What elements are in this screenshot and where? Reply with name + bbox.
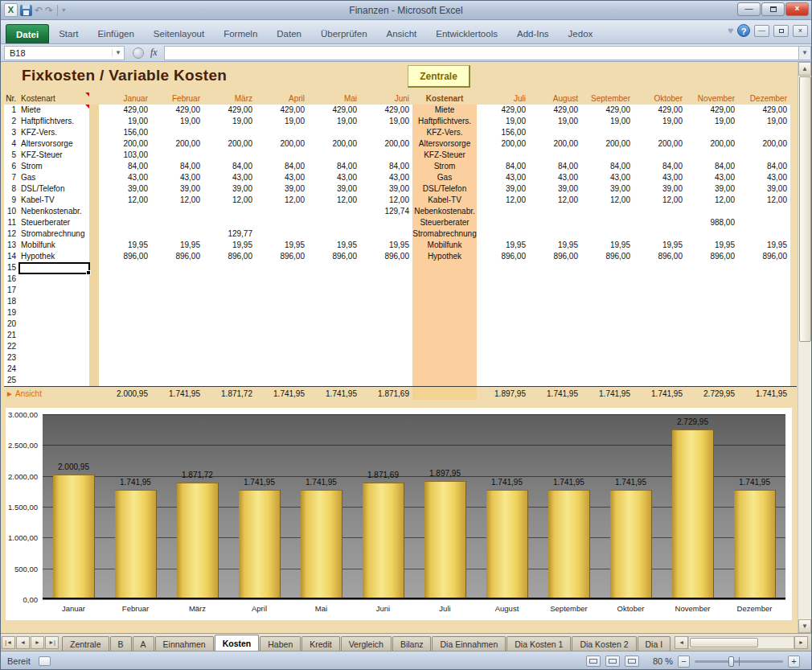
cell-month-value[interactable] <box>360 375 412 386</box>
cell-month-value[interactable]: 429,00 <box>581 105 634 116</box>
totals-month-value[interactable]: 2.729,95 <box>686 387 738 400</box>
cell-month-value[interactable] <box>529 296 581 307</box>
cell-month-value[interactable] <box>581 319 634 330</box>
cell-month-value[interactable] <box>738 273 790 285</box>
cell-month-value[interactable]: 19,00 <box>308 116 360 127</box>
totals-month-value[interactable]: 1.871,72 <box>203 387 256 400</box>
cell-month-value[interactable] <box>581 127 634 138</box>
cell-month-value[interactable] <box>686 150 738 161</box>
cell-month-value[interactable] <box>634 206 686 217</box>
cell-month-value[interactable] <box>308 150 360 161</box>
cell-month-value[interactable] <box>308 296 360 307</box>
cell-nr[interactable]: 17 <box>4 285 18 296</box>
cell-month-value[interactable] <box>738 217 790 228</box>
cell-month-value[interactable] <box>308 206 360 217</box>
totals-month-value[interactable]: 1.741,95 <box>634 387 686 400</box>
name-box[interactable]: B18 ▼ <box>4 46 125 60</box>
cell-month-value[interactable]: 429,00 <box>99 105 151 116</box>
cell-month-value[interactable] <box>151 364 203 375</box>
zoom-slider-thumb[interactable] <box>728 656 734 667</box>
cell-month-value[interactable]: 39,00 <box>99 183 151 195</box>
cell-nr[interactable]: 1 <box>4 105 18 116</box>
cell-month-value[interactable] <box>529 150 581 161</box>
cell-month-value[interactable] <box>203 262 256 273</box>
zoom-slider[interactable] <box>695 660 783 663</box>
cell-month-value[interactable] <box>256 217 308 228</box>
cell-month-value[interactable] <box>477 352 529 364</box>
cell-month-value[interactable]: 12,00 <box>529 195 581 206</box>
cell-month-value[interactable] <box>256 150 308 161</box>
totals-month-value[interactable]: 1.897,95 <box>477 387 529 400</box>
cell-month-value[interactable]: 19,00 <box>360 116 412 127</box>
cell-month-value[interactable] <box>308 364 360 375</box>
horizontal-scrollbar[interactable]: ◄ ► <box>675 636 808 649</box>
totals-month-value[interactable]: 1.741,95 <box>308 387 360 400</box>
cell-month-value[interactable] <box>686 127 738 138</box>
formula-bar-expand-icon[interactable]: ▼ <box>798 46 811 60</box>
cell-kostenart2[interactable] <box>412 319 477 330</box>
ribbon-tab-daten[interactable]: Daten <box>267 24 311 43</box>
bar-mai[interactable] <box>301 490 342 598</box>
cell-month-value[interactable] <box>151 285 203 296</box>
cell-month-value[interactable] <box>99 330 151 341</box>
cell-band[interactable] <box>89 116 99 127</box>
cell-month-value[interactable] <box>581 150 634 161</box>
cell-month-value[interactable] <box>738 330 790 341</box>
workbook-close-icon[interactable]: × <box>793 25 808 37</box>
cell-month-value[interactable] <box>529 352 581 364</box>
sheet-tab-haben[interactable]: Haben <box>260 636 301 651</box>
zentrale-label[interactable]: Zentrale <box>408 65 470 88</box>
cell-month-value[interactable]: 84,00 <box>99 161 151 172</box>
cell-kostenart[interactable] <box>18 364 89 375</box>
heart-icon[interactable]: ♥ <box>728 25 733 36</box>
cell-month-value[interactable]: 429,00 <box>634 105 686 116</box>
cell-month-value[interactable]: 39,00 <box>581 183 634 195</box>
cell-month-value[interactable]: 19,95 <box>529 240 581 251</box>
cell-band[interactable] <box>89 296 99 307</box>
horizontal-scroll-thumb[interactable] <box>690 638 757 647</box>
cell-month-value[interactable] <box>634 127 686 138</box>
ribbon-tab--berpr-fen[interactable]: Überprüfen <box>311 24 377 43</box>
cell-month-value[interactable] <box>203 307 256 319</box>
zoom-level[interactable]: 80 % <box>644 656 673 666</box>
cell-month-value[interactable] <box>256 319 308 330</box>
cell-kostenart2[interactable]: Mobilfunk <box>412 240 477 251</box>
cell-nr[interactable]: 3 <box>4 127 18 138</box>
cell-month-value[interactable]: 12,00 <box>308 195 360 206</box>
cell-kostenart[interactable] <box>18 273 89 285</box>
bar-februar[interactable] <box>115 490 156 598</box>
scroll-up-icon[interactable]: ▲ <box>798 62 811 76</box>
cell-month-value[interactable] <box>477 319 529 330</box>
cell-month-value[interactable]: 200,00 <box>686 138 738 150</box>
cell-kostenart2[interactable] <box>412 296 477 307</box>
cell-month-value[interactable] <box>203 352 256 364</box>
cell-month-value[interactable] <box>256 127 308 138</box>
cell-month-value[interactable]: 19,00 <box>256 116 308 127</box>
cell-month-value[interactable] <box>360 273 412 285</box>
ribbon-tab-einf-gen[interactable]: Einfügen <box>88 24 143 43</box>
cell-month-value[interactable]: 429,00 <box>151 105 203 116</box>
cell-month-value[interactable] <box>581 228 634 240</box>
bar-januar[interactable] <box>53 475 94 598</box>
cell-month-value[interactable]: 19,00 <box>686 116 738 127</box>
cell-month-value[interactable]: 896,00 <box>203 251 256 262</box>
cell-month-value[interactable] <box>477 364 529 375</box>
cell-kostenart[interactable] <box>18 375 89 386</box>
cell-month-value[interactable] <box>738 296 790 307</box>
cell-month-value[interactable]: 84,00 <box>581 161 634 172</box>
cell-nr[interactable]: 16 <box>4 273 18 285</box>
cell-month-value[interactable]: 896,00 <box>477 251 529 262</box>
cell-month-value[interactable] <box>686 285 738 296</box>
cell-month-value[interactable] <box>581 217 634 228</box>
cell-month-value[interactable]: 43,00 <box>256 172 308 183</box>
cell-month-value[interactable] <box>360 228 412 240</box>
cell-month-value[interactable] <box>686 330 738 341</box>
cell-month-value[interactable]: 12,00 <box>477 195 529 206</box>
bar-märz[interactable] <box>177 483 218 598</box>
cell-month-value[interactable] <box>308 330 360 341</box>
ribbon-tab-seitenlayout[interactable]: Seitenlayout <box>144 24 214 43</box>
cell-nr[interactable]: 14 <box>4 251 18 262</box>
cell-kostenart2[interactable]: Hypothek <box>412 251 477 262</box>
cell-month-value[interactable] <box>529 319 581 330</box>
chart-plot-area[interactable]: 2.000,951.741,951.871,721.741,951.741,95… <box>43 414 785 599</box>
